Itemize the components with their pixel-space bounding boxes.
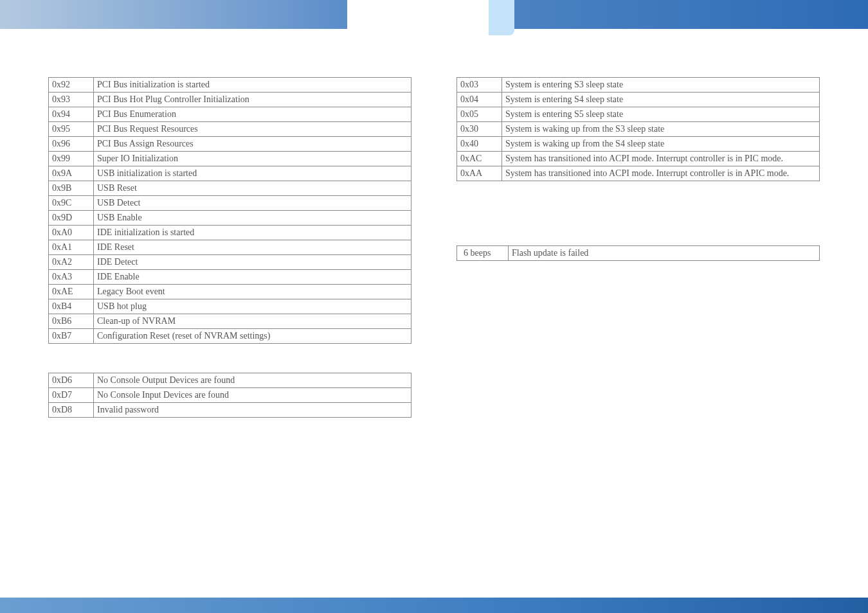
- code-cell: 0xA2: [49, 255, 94, 270]
- beeps-table: 6 beepsFlash update is failed: [457, 245, 820, 261]
- description-cell: PCI Bus Assign Resources: [94, 137, 411, 152]
- table-row: 0x9AUSB initialization is started: [49, 166, 411, 181]
- content-area: 0x92PCI Bus initialization is started0x9…: [0, 77, 868, 447]
- description-cell: USB Reset: [94, 181, 411, 196]
- table-row: 0xACSystem has transitioned into ACPI mo…: [457, 152, 820, 166]
- description-cell: Legacy Boot event: [94, 285, 411, 299]
- header-banner: [0, 0, 868, 39]
- description-cell: System is entering S4 sleep state: [502, 93, 820, 107]
- table-row: 0x93PCI Bus Hot Plug Controller Initiali…: [49, 93, 411, 107]
- code-cell: 0x95: [49, 122, 94, 137]
- description-cell: No Console Input Devices are found: [94, 388, 411, 403]
- code-cell: 0x05: [457, 107, 502, 122]
- table-row: 0xB7Configuration Reset (reset of NVRAM …: [49, 329, 411, 344]
- description-cell: USB hot plug: [94, 299, 411, 314]
- code-cell: 0xAE: [49, 285, 94, 299]
- description-cell: System is waking up from the S3 sleep st…: [502, 122, 820, 137]
- description-cell: PCI Bus Hot Plug Controller Initializati…: [94, 93, 411, 107]
- code-cell: 0x9C: [49, 196, 94, 211]
- banner-tab-white: [347, 0, 489, 42]
- description-cell: Clean-up of NVRAM: [94, 314, 411, 329]
- description-cell: Flash update is failed: [509, 246, 820, 261]
- table-row: 0xB4USB hot plug: [49, 299, 411, 314]
- code-cell: 0xB6: [49, 314, 94, 329]
- right-column: 0x03System is entering S3 sleep state0x0…: [457, 77, 820, 447]
- code-cell: 0x94: [49, 107, 94, 122]
- code-cell: 0xA3: [49, 270, 94, 285]
- table-row: 0x9DUSB Enable: [49, 211, 411, 226]
- description-cell: Configuration Reset (reset of NVRAM sett…: [94, 329, 411, 344]
- acpi-codes-table: 0x03System is entering S3 sleep state0x0…: [457, 77, 820, 181]
- table-row: 0x92PCI Bus initialization is started: [49, 78, 411, 93]
- code-cell: 0xD7: [49, 388, 94, 403]
- description-cell: System has transitioned into ACPI mode. …: [502, 166, 820, 181]
- code-cell: 0xAA: [457, 166, 502, 181]
- code-cell: 0x30: [457, 122, 502, 137]
- table-row: 0xAASystem has transitioned into ACPI mo…: [457, 166, 820, 181]
- description-cell: System is waking up from the S4 sleep st…: [502, 137, 820, 152]
- banner-tab-light: [489, 0, 514, 35]
- code-cell: 0xA1: [49, 240, 94, 255]
- table-row: 0x03System is entering S3 sleep state: [457, 78, 820, 93]
- code-cell: 0xB7: [49, 329, 94, 344]
- description-cell: IDE Detect: [94, 255, 411, 270]
- code-cell: 0x9D: [49, 211, 94, 226]
- code-cell: 0x03: [457, 78, 502, 93]
- description-cell: Invalid password: [94, 403, 411, 418]
- code-cell: 0xD8: [49, 403, 94, 418]
- table-row: 0x99Super IO Initialization: [49, 152, 411, 166]
- description-cell: No Console Output Devices are found: [94, 373, 411, 388]
- description-cell: PCI Bus initialization is started: [94, 78, 411, 93]
- post-codes-table-2: 0xD6No Console Output Devices are found0…: [48, 373, 411, 418]
- table-row: 0xA2IDE Detect: [49, 255, 411, 270]
- table-row: 0xA1IDE Reset: [49, 240, 411, 255]
- code-cell: 0x9B: [49, 181, 94, 196]
- description-cell: IDE Reset: [94, 240, 411, 255]
- code-cell: 0x40: [457, 137, 502, 152]
- description-cell: PCI Bus Enumeration: [94, 107, 411, 122]
- description-cell: USB initialization is started: [94, 166, 411, 181]
- code-cell: 0xB4: [49, 299, 94, 314]
- code-cell: 0x96: [49, 137, 94, 152]
- table-row: 0x94PCI Bus Enumeration: [49, 107, 411, 122]
- description-cell: USB Detect: [94, 196, 411, 211]
- description-cell: IDE Enable: [94, 270, 411, 285]
- table-row: 0xB6Clean-up of NVRAM: [49, 314, 411, 329]
- table-row: 0xA3IDE Enable: [49, 270, 411, 285]
- table-row: 0xD6No Console Output Devices are found: [49, 373, 411, 388]
- code-cell: 6 beeps: [457, 246, 509, 261]
- code-cell: 0x04: [457, 93, 502, 107]
- table-row: 0x05System is entering S5 sleep state: [457, 107, 820, 122]
- description-cell: PCI Bus Request Resources: [94, 122, 411, 137]
- table-row: 0xD8Invalid password: [49, 403, 411, 418]
- table-row: 0x04System is entering S4 sleep state: [457, 93, 820, 107]
- table-row: 0xD7No Console Input Devices are found: [49, 388, 411, 403]
- table-row: 0xAELegacy Boot event: [49, 285, 411, 299]
- table-row: 0x95PCI Bus Request Resources: [49, 122, 411, 137]
- code-cell: 0xD6: [49, 373, 94, 388]
- code-cell: 0x9A: [49, 166, 94, 181]
- code-cell: 0x92: [49, 78, 94, 93]
- post-codes-table-1: 0x92PCI Bus initialization is started0x9…: [48, 77, 411, 344]
- code-cell: 0xAC: [457, 152, 502, 166]
- footer-banner: [0, 598, 868, 613]
- table-row: 0x40System is waking up from the S4 slee…: [457, 137, 820, 152]
- table-row: 0xA0IDE initialization is started: [49, 226, 411, 240]
- table-row: 0x9BUSB Reset: [49, 181, 411, 196]
- description-cell: System is entering S3 sleep state: [502, 78, 820, 93]
- table-row: 0x96PCI Bus Assign Resources: [49, 137, 411, 152]
- left-column: 0x92PCI Bus initialization is started0x9…: [48, 77, 411, 447]
- code-cell: 0xA0: [49, 226, 94, 240]
- description-cell: System is entering S5 sleep state: [502, 107, 820, 122]
- code-cell: 0x99: [49, 152, 94, 166]
- table-row: 6 beepsFlash update is failed: [457, 246, 820, 261]
- table-row: 0x9CUSB Detect: [49, 196, 411, 211]
- table-row: 0x30System is waking up from the S3 slee…: [457, 122, 820, 137]
- description-cell: System has transitioned into ACPI mode. …: [502, 152, 820, 166]
- code-cell: 0x93: [49, 93, 94, 107]
- description-cell: Super IO Initialization: [94, 152, 411, 166]
- description-cell: USB Enable: [94, 211, 411, 226]
- description-cell: IDE initialization is started: [94, 226, 411, 240]
